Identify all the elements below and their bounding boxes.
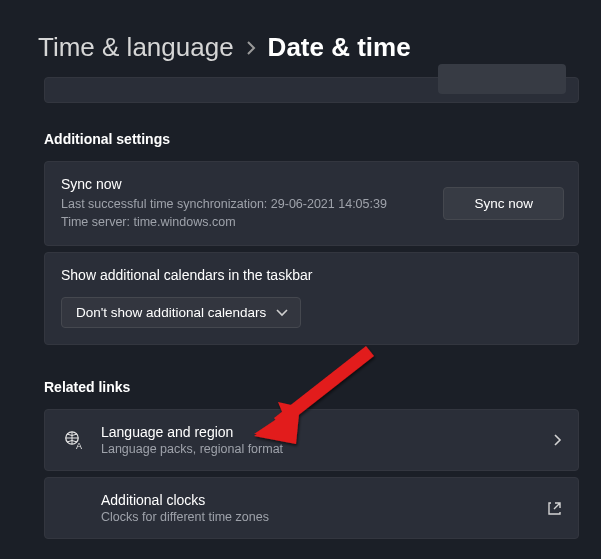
sync-server: Time server: time.windows.com [61, 213, 443, 231]
svg-text:A: A [76, 441, 82, 450]
chevron-down-icon [276, 309, 288, 317]
section-title-additional-settings: Additional settings [44, 131, 579, 147]
sync-title: Sync now [61, 176, 443, 192]
open-external-icon [547, 501, 562, 516]
setting-row-collapsed[interactable] [44, 77, 579, 103]
sync-last-sync: Last successful time synchronization: 29… [61, 195, 443, 213]
section-title-related-links: Related links [44, 379, 579, 395]
breadcrumb-current: Date & time [268, 32, 411, 63]
breadcrumb-parent[interactable]: Time & language [38, 32, 234, 63]
additional-calendars-card: Show additional calendars in the taskbar… [44, 252, 579, 345]
language-link-title: Language and region [101, 424, 553, 440]
clocks-link-sub: Clocks for different time zones [101, 510, 547, 524]
additional-calendars-select[interactable]: Don't show additional calendars [61, 297, 301, 328]
language-link-sub: Language packs, regional format [101, 442, 553, 456]
additional-calendars-label: Show additional calendars in the taskbar [61, 267, 562, 283]
globe-language-icon: A [61, 430, 87, 450]
sync-now-card: Sync now Last successful time synchroniz… [44, 161, 579, 246]
chevron-right-icon [246, 41, 256, 55]
clocks-link-title: Additional clocks [101, 492, 547, 508]
sync-now-button[interactable]: Sync now [443, 187, 564, 220]
breadcrumb: Time & language Date & time [0, 0, 601, 63]
additional-calendars-value: Don't show additional calendars [76, 305, 266, 320]
additional-clocks-link[interactable]: Additional clocks Clocks for different t… [44, 477, 579, 539]
chevron-right-icon [553, 433, 562, 447]
language-and-region-link[interactable]: A Language and region Language packs, re… [44, 409, 579, 471]
